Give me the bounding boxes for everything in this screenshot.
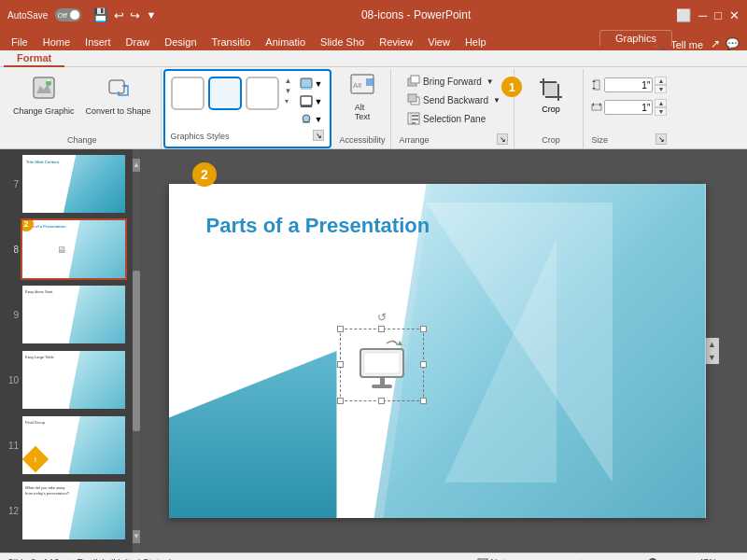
zoom-out-btn[interactable]: － <box>588 557 598 561</box>
graphic-fill-button[interactable]: ▼ <box>298 77 325 91</box>
context-tab-graphics-label[interactable]: Graphics <box>599 30 672 46</box>
share-icon[interactable]: ↗ <box>711 37 720 50</box>
tab-animations[interactable]: Animatio <box>258 34 313 50</box>
svg-rect-3 <box>109 80 124 93</box>
tab-transitions[interactable]: Transitio <box>204 34 259 50</box>
panel-scrollbar[interactable]: ▲ ▼ <box>133 149 140 553</box>
slide-item-7[interactable]: 7 Title Slide Content <box>4 153 136 215</box>
slide-item-12[interactable]: 12 What did you take awayfrom today's pr… <box>4 480 136 541</box>
size-content: ▲ ▼ ▲ ▼ <box>591 71 667 133</box>
handle-mid-right[interactable] <box>420 361 427 368</box>
slide-number-12: 12 <box>6 506 19 516</box>
svg-rect-0 <box>34 77 54 98</box>
bring-forward-arrow[interactable]: ▼ <box>486 77 494 86</box>
style-swatch-3[interactable] <box>246 77 279 110</box>
rotate-handle[interactable]: ↺ <box>377 311 387 320</box>
tab-draw[interactable]: Draw <box>119 34 158 50</box>
canvas-scroll-down-btn[interactable]: ▼ <box>706 351 719 364</box>
comments-icon[interactable]: 💬 <box>726 37 740 50</box>
customize-icon[interactable]: ▼ <box>146 9 156 21</box>
graphic-outline-button[interactable]: ▼ <box>298 94 325 109</box>
width-spin-down[interactable]: ▼ <box>655 107 667 116</box>
slide-11-title: Final Group <box>25 420 45 425</box>
tab-help[interactable]: Help <box>458 34 494 50</box>
send-backward-arrow[interactable]: ▼ <box>493 96 500 105</box>
panel-scroll-thumb[interactable] <box>133 271 140 432</box>
fit-to-window-btn[interactable]: ⊞ <box>730 557 740 561</box>
canvas-v-scrollbar[interactable]: ▲ ▼ <box>706 338 719 364</box>
handle-top-right[interactable] <box>420 326 427 332</box>
slide-thumb-7[interactable]: Title Slide Content <box>22 155 125 213</box>
save-icon[interactable]: 💾 <box>92 7 108 22</box>
change-graphic-button[interactable]: Change Graphic <box>9 73 78 119</box>
zoom-in-btn[interactable]: ＋ <box>684 557 693 561</box>
tell-me-label[interactable]: Tell me <box>670 39 703 50</box>
arrange-label: Arrange <box>399 135 429 147</box>
tab-design[interactable]: Design <box>157 34 204 50</box>
selection-pane-button[interactable]: Selection Pane <box>403 110 489 127</box>
presenter-view-btn[interactable]: ⊡ <box>565 557 574 561</box>
handle-bot-right[interactable] <box>420 398 427 404</box>
tab-insert[interactable]: Insert <box>78 34 119 50</box>
swatch-scroll-up[interactable]: ▲ <box>285 77 292 85</box>
reading-view-btn[interactable]: ⊠ <box>550 557 559 561</box>
tab-format[interactable]: Format <box>4 50 64 67</box>
slide-item-11[interactable]: 11 Final Group ! <box>4 414 136 476</box>
arrange-expand[interactable]: ↘ <box>497 133 508 145</box>
redo-icon[interactable]: ↪ <box>130 8 140 22</box>
alt-text-button[interactable]: Alt AltText <box>344 71 381 123</box>
convert-shape-button[interactable]: Convert to Shape <box>82 73 155 119</box>
handle-mid-left[interactable] <box>337 361 344 368</box>
handle-top-mid[interactable] <box>378 326 385 332</box>
handle-bot-mid[interactable] <box>378 398 385 404</box>
slide-7-title: Title Slide Content <box>26 160 59 164</box>
swatch-more[interactable]: ▾ <box>285 97 292 105</box>
close-button[interactable]: ✕ <box>729 8 740 22</box>
height-spin-down[interactable]: ▼ <box>655 85 667 93</box>
graphics-styles-expand[interactable]: ↘ <box>313 130 324 141</box>
canvas-area: 2 Parts of a Presentation <box>140 149 747 553</box>
tab-view[interactable]: View <box>420 34 458 50</box>
handle-top-left[interactable] <box>337 326 344 332</box>
slide-thumb-8[interactable]: Parts of a Presentation 🖥 2 <box>22 220 125 278</box>
slide-panel[interactable]: 7 Title Slide Content 8 Parts of a Prese… <box>0 149 140 553</box>
slide-thumb-10[interactable]: Easy Large Table <box>22 351 125 409</box>
style-swatch-1[interactable] <box>171 77 204 110</box>
style-swatch-2[interactable] <box>208 77 242 110</box>
tab-file[interactable]: File <box>4 34 35 50</box>
slide-item-8[interactable]: 8 Parts of a Presentation 🖥 2 <box>4 218 136 280</box>
slide-number-8: 8 <box>6 245 19 255</box>
graphic-effects-button[interactable]: ▼ <box>298 112 325 127</box>
slide-item-9[interactable]: 9 Easy Ideas Start <box>4 284 136 345</box>
slide-thumb-9[interactable]: Easy Ideas Start <box>22 286 125 343</box>
width-input[interactable] <box>604 100 653 115</box>
slide-item-10[interactable]: 10 Easy Large Table <box>4 349 136 411</box>
panel-scroll-up[interactable]: ▲ <box>133 159 140 172</box>
slide-graphic-container[interactable]: ↺ <box>351 338 415 394</box>
undo-icon[interactable]: ↩ <box>114 8 124 22</box>
slide-canvas[interactable]: Parts of a Presentation ↺ <box>169 184 706 518</box>
tab-home[interactable]: Home <box>35 34 78 50</box>
bring-forward-button[interactable]: Bring Forward ▼ <box>403 73 498 90</box>
size-expand[interactable]: ↘ <box>655 133 667 145</box>
height-spin: ▲ ▼ <box>655 77 667 93</box>
slide-sorter-btn[interactable]: ⊟ <box>535 557 544 561</box>
minimize-button[interactable]: ─ <box>698 8 707 22</box>
tab-slideshow[interactable]: Slide Sho <box>313 34 372 50</box>
slide-thumb-12[interactable]: What did you take awayfrom today's prese… <box>22 482 125 539</box>
autosave-toggle[interactable]: Off <box>55 8 81 21</box>
send-backward-button[interactable]: Send Backward ▼ <box>403 91 504 108</box>
swatch-scroll-down[interactable]: ▼ <box>285 87 292 95</box>
height-spin-up[interactable]: ▲ <box>655 77 667 85</box>
width-spin-up[interactable]: ▲ <box>655 99 667 107</box>
handle-bot-left[interactable] <box>337 398 344 404</box>
tab-review[interactable]: Review <box>372 34 420 50</box>
slide-thumb-11[interactable]: Final Group ! <box>22 416 125 474</box>
maximize-button[interactable]: □ <box>714 8 722 22</box>
ribbon-display-icon[interactable]: ⬜ <box>676 8 691 22</box>
crop-button[interactable]: Crop <box>529 73 573 116</box>
height-input[interactable] <box>604 77 653 92</box>
normal-view-btn[interactable]: ⊞ <box>520 557 529 561</box>
canvas-scroll-up-btn[interactable]: ▲ <box>706 338 719 351</box>
panel-scroll-down[interactable]: ▼ <box>133 530 140 543</box>
